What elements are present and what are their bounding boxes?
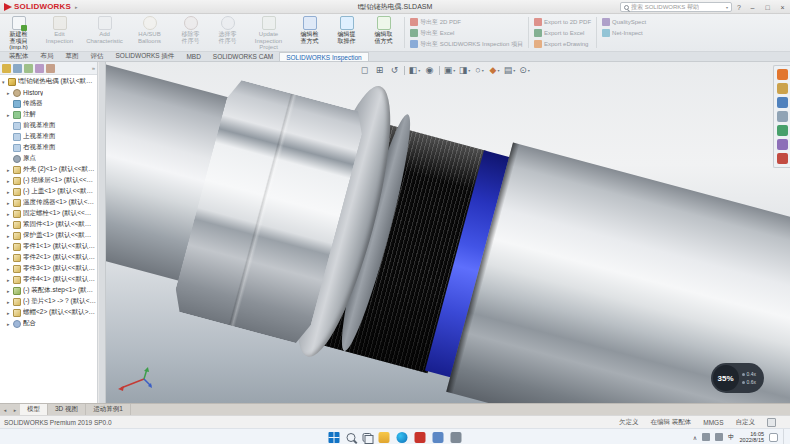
- net-inspect-button[interactable]: Net-Inspect: [599, 28, 649, 38]
- hide-show-items-icon[interactable]: [473, 64, 486, 77]
- tree-item-component[interactable]: 零件3<1> (默认<<默认>_显示状态: [0, 263, 97, 274]
- tree-item-front-plane[interactable]: 前视基准面: [0, 120, 97, 131]
- taskbar-search-icon[interactable]: [347, 433, 356, 442]
- view-settings-icon[interactable]: [518, 64, 531, 77]
- solidworks-menu[interactable]: SOLIDWORKS ▸: [0, 2, 82, 11]
- tree-item-component[interactable]: 螺帽<2> (默认<<默认>_显示状态: [0, 307, 97, 318]
- network-icon[interactable]: [702, 433, 710, 441]
- new-inspection-project-button[interactable]: 新建检 查项目 (imp.h): [0, 14, 37, 51]
- tab-model[interactable]: 模型: [20, 404, 48, 415]
- tab-evaluate[interactable]: 评估: [85, 52, 110, 61]
- section-view-icon[interactable]: [408, 64, 421, 77]
- apply-scene-icon[interactable]: [503, 64, 516, 77]
- tree-item-history[interactable]: History: [0, 87, 97, 98]
- tree-item-component[interactable]: (-) 上盖<1> (默认<<默认>_显示状: [0, 186, 97, 197]
- ime-indicator[interactable]: 中: [728, 433, 735, 442]
- export-edrawing-button[interactable]: Export eDrawing: [531, 39, 594, 49]
- custom-properties-icon[interactable]: [777, 139, 788, 150]
- tree-item-sensors[interactable]: 传感器: [0, 98, 97, 109]
- tree-item-component[interactable]: 外壳 (2)<1> (默认<<默认>_显示状态: [0, 164, 97, 175]
- design-library-icon[interactable]: [777, 83, 788, 94]
- zoom-fit-icon[interactable]: [358, 64, 371, 77]
- edge-browser-icon[interactable]: [397, 432, 408, 443]
- view-orientation-icon[interactable]: [443, 64, 456, 77]
- appearances-scenes-icon[interactable]: [777, 125, 788, 136]
- tree-item-component[interactable]: 固定螺栓<1> (默认<<默认>_显示状: [0, 208, 97, 219]
- export-excel-button[interactable]: 导出至 Excel: [407, 28, 526, 38]
- select-balloons-button[interactable]: 选择零 件序号: [209, 14, 246, 51]
- featuremanager-tree-icon[interactable]: [2, 64, 11, 73]
- panel-splitter[interactable]: [99, 62, 106, 403]
- tab-3d-views[interactable]: 3D 视图: [48, 404, 86, 415]
- tab-addins[interactable]: SOLIDWORKS 插件: [110, 52, 181, 61]
- tray-overflow-chevron-icon[interactable]: ∧: [693, 434, 697, 441]
- tab-sketch[interactable]: 草图: [60, 52, 85, 61]
- tree-item-component[interactable]: 零件4<1> (默认<<默认>_显: [0, 274, 97, 285]
- tab-motion-study[interactable]: 运动算例1: [86, 404, 131, 415]
- tab-scroll-right-icon[interactable]: ▸: [10, 404, 20, 415]
- edit-inspection-button[interactable]: Edit Inspection: [37, 14, 82, 51]
- task-view-icon[interactable]: [363, 433, 372, 442]
- inspection-pane-icon[interactable]: [777, 153, 788, 164]
- tree-item-component[interactable]: 零件1<1> (默认<<默认>_显示状态: [0, 241, 97, 252]
- search-caret-icon[interactable]: ▾: [726, 5, 728, 10]
- tab-cam[interactable]: SOLIDWORKS CAM: [207, 52, 279, 61]
- start-button-icon[interactable]: [329, 432, 340, 443]
- close-button[interactable]: ×: [775, 0, 790, 14]
- add-characteristic-button[interactable]: Add Characteristic: [82, 14, 127, 51]
- maximize-button[interactable]: □: [760, 0, 775, 14]
- volume-icon[interactable]: [715, 433, 723, 441]
- zoom-area-icon[interactable]: [373, 64, 386, 77]
- tab-assembly[interactable]: 装配体: [3, 52, 35, 61]
- taskpane-toggle-icon[interactable]: [767, 418, 776, 427]
- pinned-app-icon[interactable]: [433, 432, 444, 443]
- file-explorer-taskbar-icon[interactable]: [379, 432, 390, 443]
- qualityspect-button[interactable]: QualitySpect: [599, 17, 649, 27]
- tree-item-component[interactable]: 保护盖<1> (默认<<默认>_显示状态: [0, 230, 97, 241]
- solidworks-taskbar-icon[interactable]: [415, 432, 426, 443]
- tab-scroll-left-icon[interactable]: ◂: [0, 404, 10, 415]
- edit-inspection-method-button[interactable]: 编辑检 查方式: [291, 14, 328, 51]
- help-button[interactable]: ?: [734, 0, 744, 14]
- export-2d-pdf-button[interactable]: 导出至 2D PDF: [407, 17, 526, 27]
- display-style-icon[interactable]: [458, 64, 471, 77]
- show-desktop-button[interactable]: [783, 429, 786, 444]
- edit-value-method-button[interactable]: 编辑取 值方式: [365, 14, 402, 51]
- tab-layout[interactable]: 布局: [35, 52, 60, 61]
- search-input[interactable]: 搜索 SOLIDWORKS 帮助 ▾: [620, 2, 732, 12]
- tree-item-annotations[interactable]: 注解: [0, 109, 97, 120]
- menu-expand-arrow-icon[interactable]: ▸: [75, 4, 78, 10]
- file-explorer-icon[interactable]: [777, 97, 788, 108]
- previous-view-icon[interactable]: [388, 64, 401, 77]
- tree-item-subassembly[interactable]: (-) 装配体.step<1> (默认<<默认: [0, 285, 97, 296]
- tree-item-right-plane[interactable]: 右视基准面: [0, 142, 97, 153]
- edit-appearance-icon[interactable]: [488, 64, 501, 77]
- pinned-app-icon[interactable]: [451, 432, 462, 443]
- dimxpertmanager-icon[interactable]: [35, 64, 44, 73]
- graphics-viewport[interactable]: 35% 0.4x 0.6x: [106, 62, 790, 403]
- export-to-2d-pdf-button[interactable]: Export to 2D PDF: [531, 17, 594, 27]
- dynamic-annotation-icon[interactable]: [423, 64, 436, 77]
- update-inspection-project-button[interactable]: Update Inspection Project: [246, 14, 291, 51]
- balloons-button[interactable]: HA/SUB Balloons: [127, 14, 172, 51]
- clock[interactable]: 16:05 2022/8/15: [740, 431, 764, 443]
- tree-root[interactable]: t型铂铑热电偶 (默认<默认_显示状态-1: [0, 76, 97, 87]
- minimize-button[interactable]: –: [745, 0, 760, 14]
- tree-item-component[interactable]: 温度传感器<1> (默认<<默认>_显: [0, 197, 97, 208]
- tree-item-origin[interactable]: 原点: [0, 153, 97, 164]
- export-inspection-project-button[interactable]: 导出至 SOLIDWORKS Inspection 项目: [407, 39, 526, 49]
- tab-mbd[interactable]: MBD: [180, 52, 206, 61]
- tree-item-component[interactable]: 零件2<1> (默认<<默认>_显示状态: [0, 252, 97, 263]
- solidworks-resources-icon[interactable]: [777, 69, 788, 80]
- displaymanager-icon[interactable]: [46, 64, 55, 73]
- propertymanager-icon[interactable]: [13, 64, 22, 73]
- export-to-excel-button[interactable]: Export to Excel: [531, 28, 594, 38]
- tree-item-component[interactable]: (-) 垫片<1> -> ? (默认<<默认>_: [0, 296, 97, 307]
- configurationmanager-icon[interactable]: [24, 64, 33, 73]
- tree-item-top-plane[interactable]: 上视基准面: [0, 131, 97, 142]
- notification-center-icon[interactable]: [769, 433, 778, 442]
- panel-overflow-icon[interactable]: »: [92, 65, 95, 71]
- tree-item-component[interactable]: (-) 绝缘层<1> (默认<<默认>_显示: [0, 175, 97, 186]
- view-palette-icon[interactable]: [777, 111, 788, 122]
- remove-balloons-button[interactable]: 移除零 件序号: [172, 14, 209, 51]
